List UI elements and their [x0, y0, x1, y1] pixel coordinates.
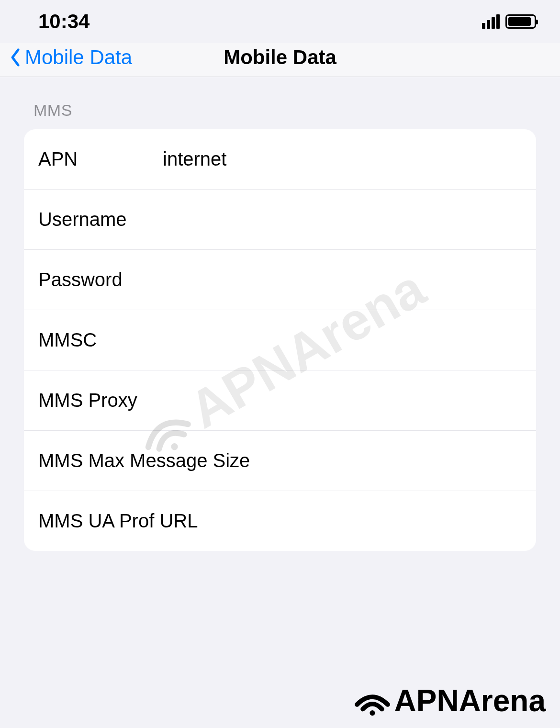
apn-label: APN — [38, 148, 163, 170]
row-apn[interactable]: APN — [24, 129, 536, 190]
row-mms-proxy[interactable]: MMS Proxy — [24, 370, 536, 431]
status-indicators — [482, 14, 536, 29]
password-label: Password — [38, 269, 163, 291]
status-time: 10:34 — [38, 10, 90, 33]
mms-proxy-label: MMS Proxy — [38, 390, 163, 411]
back-label: Mobile Data — [25, 46, 132, 69]
mmsc-label: MMSC — [38, 329, 163, 351]
row-username[interactable]: Username — [24, 190, 536, 250]
mms-proxy-input[interactable] — [163, 390, 522, 411]
chevron-left-icon — [10, 48, 21, 67]
wifi-icon — [353, 685, 392, 716]
row-password[interactable]: Password — [24, 250, 536, 310]
mmsc-input[interactable] — [163, 329, 522, 351]
password-input[interactable] — [163, 269, 522, 291]
status-bar: 10:34 — [0, 0, 560, 43]
battery-icon — [505, 14, 536, 29]
mms-ua-prof-url-label: MMS UA Prof URL — [38, 510, 522, 532]
section-header-mms: MMS — [24, 101, 536, 129]
username-label: Username — [38, 209, 163, 230]
username-input[interactable] — [163, 209, 522, 230]
row-mms-max-size[interactable]: MMS Max Message Size — [24, 431, 536, 491]
apn-input[interactable] — [163, 148, 522, 170]
row-mms-ua-prof-url[interactable]: MMS UA Prof URL — [24, 491, 536, 551]
signal-icon — [482, 14, 500, 29]
settings-group-mms: APN Username Password MMSC MMS Proxy MMS… — [24, 129, 536, 551]
footer-logo: APNArena — [353, 683, 546, 718]
mms-max-size-label: MMS Max Message Size — [38, 450, 522, 471]
page-title: Mobile Data — [224, 46, 336, 69]
navigation-bar: Mobile Data Mobile Data — [0, 43, 560, 77]
row-mmsc[interactable]: MMSC — [24, 310, 536, 370]
back-button[interactable]: Mobile Data — [10, 46, 132, 69]
svg-point-1 — [370, 710, 375, 716]
content-area: MMS APN Username Password MMSC MMS Proxy — [0, 77, 560, 551]
